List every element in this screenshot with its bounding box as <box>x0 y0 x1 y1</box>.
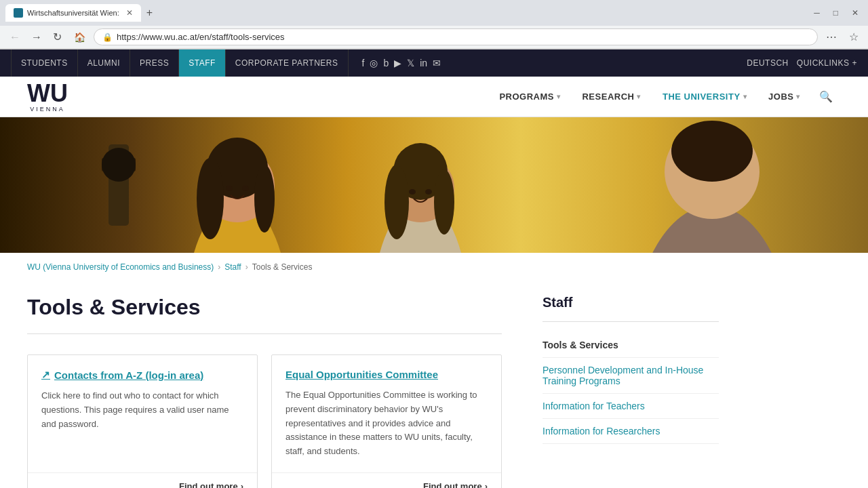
breadcrumb-staff[interactable]: Staff <box>224 262 241 272</box>
chevron-down-icon: ▾ <box>637 93 641 100</box>
card-equal-title[interactable]: Equal Opportunities Committee <box>285 369 488 380</box>
twitter-icon[interactable]: 𝕏 <box>407 58 414 68</box>
nav-research[interactable]: RESEARCH ▾ <box>571 77 651 117</box>
audience-nav-corporate[interactable]: CORPORATE PARTNERS <box>226 49 349 77</box>
card-contacts-body: ↗ Contacts from A-Z (log-in area) Click … <box>28 355 257 472</box>
browser-actions: ⋯ ☆ <box>822 29 863 45</box>
content-right-sidebar: Staff Tools & Services Personnel Develop… <box>542 295 719 488</box>
url-bar[interactable]: 🔒 https://www.wu.ac.at/en/staff/tools-se… <box>94 28 818 45</box>
sidebar-item-info-researchers[interactable]: Information for Researchers <box>542 419 719 444</box>
deutsch-button[interactable]: DEUTSCH <box>747 58 789 68</box>
card-contacts-title[interactable]: ↗ Contacts from A-Z (log-in area) <box>41 369 243 381</box>
card-equal-opportunities: Equal Opportunities Committee The Equal … <box>271 354 502 488</box>
svg-point-20 <box>425 189 432 195</box>
audience-nav-students[interactable]: STUDENTS <box>11 49 78 77</box>
chevron-down-icon: ▾ <box>557 93 561 100</box>
audience-nav-items: STUDENTS ALUMNI PRESS STAFF CORPORATE PA… <box>11 49 349 77</box>
new-tab-button[interactable]: + <box>146 7 153 19</box>
extensions-button[interactable]: ⋯ <box>822 29 841 45</box>
chevron-down-icon: ▾ <box>743 93 747 100</box>
chevron-down-icon: ▾ <box>796 93 800 100</box>
logo[interactable]: WU VIENNA <box>27 81 68 113</box>
svg-point-12 <box>384 165 409 239</box>
maximize-button[interactable]: □ <box>829 7 842 19</box>
window-controls: ─ □ ✕ <box>810 7 863 19</box>
breadcrumb-wu[interactable]: WU (Vienna University of Economics and B… <box>27 262 214 272</box>
svg-point-3 <box>102 148 136 182</box>
main-nav: WU VIENNA PROGRAMS ▾ RESEARCH ▾ THE UNIV… <box>0 77 868 117</box>
url-text: https://www.wu.ac.at/en/staff/tools-serv… <box>117 32 809 42</box>
card-equal-text: The Equal Opportunities Committee is wor… <box>285 388 488 459</box>
sidebar-nav: Tools & Services Personnel Development a… <box>542 333 719 444</box>
close-button[interactable]: ✕ <box>848 7 863 19</box>
audience-nav-staff[interactable]: STAFF <box>179 49 226 77</box>
arrow-right-icon: › <box>485 481 488 488</box>
card-contacts-text: Click here to find out who to contact fo… <box>41 389 243 431</box>
forward-button[interactable]: → <box>27 29 46 45</box>
nav-jobs[interactable]: JOBS ▾ <box>757 77 811 117</box>
sidebar-item-personnel-development[interactable]: Personnel Development and In-House Train… <box>542 358 719 394</box>
facebook-icon[interactable]: f <box>362 58 365 68</box>
home-button[interactable]: 🏠 <box>70 30 90 44</box>
svg-point-19 <box>409 189 416 195</box>
sidebar-item-tools-services[interactable]: Tools & Services <box>542 333 719 358</box>
minimize-button[interactable]: ─ <box>810 7 824 19</box>
audience-nav-press[interactable]: PRESS <box>130 49 179 77</box>
hero-image <box>0 117 868 253</box>
email-icon[interactable]: ✉ <box>433 58 441 68</box>
main-content: Tools & Services ↗ Contacts from A-Z (lo… <box>0 281 868 488</box>
arrow-right-icon: › <box>241 481 243 488</box>
quicklinks-button[interactable]: QUICKLINKS + <box>797 58 857 68</box>
browser-nav-buttons: ← → ↻ <box>5 29 66 45</box>
browser-tab[interactable]: Wirtschaftsuniversität Wien: ✕ <box>5 4 141 22</box>
card-contacts-footer: Find out more › <box>28 472 257 488</box>
logo-wu-text: WU <box>27 81 68 106</box>
social-icons: f ◎ b ▶ 𝕏 in ✉ <box>362 58 441 68</box>
svg-point-13 <box>434 169 454 235</box>
instagram-icon[interactable]: ◎ <box>370 58 378 68</box>
search-button[interactable]: 🔍 <box>811 77 841 117</box>
svg-point-8 <box>254 165 275 232</box>
search-icon: 🔍 <box>819 90 833 103</box>
breadcrumb-current: Tools & Services <box>252 262 313 272</box>
quicklinks-plus-icon: + <box>852 58 857 68</box>
bookmark-button[interactable]: ☆ <box>845 29 863 45</box>
audience-nav-alumni[interactable]: ALUMNI <box>78 49 130 77</box>
tab-close-icon[interactable]: ✕ <box>126 8 133 18</box>
svg-point-18 <box>242 186 249 191</box>
card-equal-footer: Find out more › <box>272 472 501 488</box>
tab-favicon <box>14 8 23 18</box>
refresh-button[interactable]: ↻ <box>49 29 66 45</box>
external-link-icon: ↗ <box>41 369 50 381</box>
sidebar-title: Staff <box>542 295 719 310</box>
lang-section: DEUTSCH QUICKLINKS + <box>747 58 857 68</box>
equal-find-out-more-link[interactable]: Find out more › <box>423 481 488 488</box>
breadcrumb-separator-2: › <box>245 262 248 272</box>
hero-svg <box>0 117 868 253</box>
card-equal-body: Equal Opportunities Committee The Equal … <box>272 355 501 472</box>
blog-icon[interactable]: b <box>383 58 389 68</box>
cards-grid: ↗ Contacts from A-Z (log-in area) Click … <box>27 354 502 488</box>
svg-point-17 <box>226 186 233 191</box>
main-nav-items: PROGRAMS ▾ RESEARCH ▾ THE UNIVERSITY ▾ J… <box>488 77 841 117</box>
lock-icon: 🔒 <box>102 33 113 42</box>
contacts-find-out-more-link[interactable]: Find out more › <box>179 481 243 488</box>
nav-programs[interactable]: PROGRAMS ▾ <box>488 77 571 117</box>
card-contacts: ↗ Contacts from A-Z (log-in area) Click … <box>27 354 258 488</box>
linkedin-icon[interactable]: in <box>420 58 427 68</box>
logo-vienna-text: VIENNA <box>30 106 65 113</box>
browser-title-bar: Wirtschaftsuniversität Wien: ✕ + ─ □ ✕ <box>0 0 868 26</box>
breadcrumb-separator-1: › <box>218 262 220 272</box>
youtube-icon[interactable]: ▶ <box>394 58 401 68</box>
nav-the-university[interactable]: THE UNIVERSITY ▾ <box>652 77 757 117</box>
audience-nav: STUDENTS ALUMNI PRESS STAFF CORPORATE PA… <box>0 49 868 77</box>
svg-point-16 <box>671 121 753 182</box>
breadcrumb: WU (Vienna University of Economics and B… <box>0 253 868 281</box>
tab-title: Wirtschaftsuniversität Wien: <box>27 9 119 17</box>
back-button[interactable]: ← <box>5 29 24 45</box>
browser-address-bar: ← → ↻ 🏠 🔒 https://www.wu.ac.at/en/staff/… <box>0 26 868 49</box>
sidebar-item-info-teachers[interactable]: Information for Teachers <box>542 394 719 419</box>
svg-point-7 <box>197 158 224 239</box>
title-divider <box>27 333 502 334</box>
browser-chrome: Wirtschaftsuniversität Wien: ✕ + ─ □ ✕ ←… <box>0 0 868 49</box>
